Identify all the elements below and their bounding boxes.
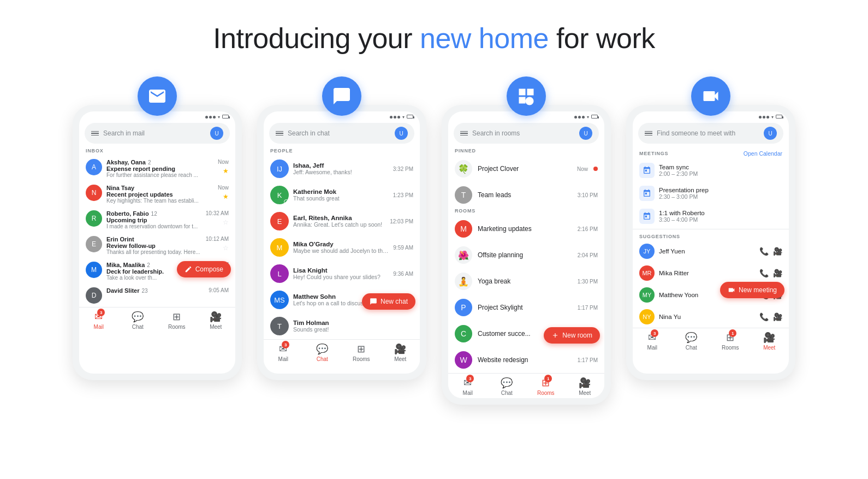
- user-avatar: U: [395, 127, 408, 140]
- rooms-nav-icon: ⊞: [173, 311, 181, 323]
- nav-mail-label-2: Mail: [278, 356, 288, 362]
- chat-item-2[interactable]: K Katherine Mok That sounds great 1:23 P…: [264, 182, 420, 208]
- meet-nav-icon: 🎥: [210, 311, 222, 323]
- mail-right-1: Now ★: [218, 159, 229, 175]
- nav-chat-4[interactable]: 💬 Chat: [672, 332, 711, 351]
- video-icon-4[interactable]: 🎥: [773, 312, 782, 321]
- nav-rooms-3[interactable]: ⊞1 Rooms: [526, 377, 566, 396]
- meeting-2[interactable]: Presentation prep 2:30 – 3:00 PM: [633, 182, 789, 205]
- nav-mail-4[interactable]: ✉ 3 Mail: [633, 332, 672, 351]
- room-pinned-2[interactable]: T Team leads 3:10 PM: [448, 182, 604, 208]
- suggestion-2[interactable]: MR Mika Ritter 📞 🎥: [633, 262, 789, 284]
- nav-mail-2[interactable]: ✉ 3 Mail: [264, 343, 303, 362]
- nav-meet[interactable]: 🎥 Meet: [197, 311, 236, 330]
- room-icon-website: W: [455, 351, 472, 369]
- menu-icon[interactable]: [276, 131, 283, 136]
- chat-item-5[interactable]: L Lisa Knight Hey! Could you share your …: [264, 261, 420, 287]
- menu-icon[interactable]: [91, 131, 99, 136]
- nav-chat-2[interactable]: 💬 Chat: [303, 343, 342, 362]
- meet-icon-circle: [691, 76, 730, 116]
- phone-mail: ▾ Search in mail U INBOX A Akshay, Oana …: [73, 105, 242, 380]
- nav-mail-3[interactable]: ✉ 3 Mail: [448, 377, 487, 396]
- nav-rooms[interactable]: ⊞ Rooms: [157, 311, 197, 330]
- nav-rooms-4[interactable]: ⊞1 Rooms: [711, 332, 750, 351]
- menu-icon[interactable]: [460, 131, 468, 136]
- mail-item-1[interactable]: A Akshay, Oana 2 Expense report pending …: [79, 156, 235, 181]
- star-empty-3[interactable]: ☆: [223, 218, 229, 226]
- mail-item-4[interactable]: E Erin Orint Review follow-up Thanks all…: [79, 233, 235, 258]
- new-chat-fab[interactable]: New chat: [362, 293, 415, 310]
- room-item-1[interactable]: M Marketing updates 2:16 PM: [448, 216, 604, 242]
- room-item-3[interactable]: 🧘 Yoga break 1:30 PM: [448, 268, 604, 294]
- rooms-search-bar[interactable]: Search in rooms U: [454, 123, 599, 144]
- new-meeting-fab[interactable]: New meeting: [720, 282, 784, 298]
- room-item-6[interactable]: W Website redesign 1:17 PM: [448, 347, 604, 373]
- mail-item-2[interactable]: N Nina Tsay Recent project updates Key h…: [79, 181, 235, 207]
- nav-chat-3[interactable]: 💬 Chat: [487, 377, 527, 396]
- menu-icon[interactable]: [645, 131, 652, 136]
- phone-icon-4[interactable]: 📞: [759, 312, 769, 321]
- chat-item-1[interactable]: IJ Ishaa, Jeff Jeff: Awesome, thanks! 3:…: [264, 156, 420, 182]
- meet-bottom-nav: ✉ 3 Mail 💬 Chat ⊞1 Rooms 🎥: [633, 328, 789, 353]
- phone-icon-1[interactable]: 📞: [759, 247, 769, 256]
- new-room-label: New room: [562, 332, 592, 339]
- meeting-3[interactable]: 1:1 with Roberto 3:30 – 4:00 PM: [633, 205, 789, 228]
- rooms-icon-circle: [507, 76, 546, 116]
- mail-icon-circle: [138, 76, 177, 116]
- room-pinned-1[interactable]: 🍀 Project Clover Now: [448, 156, 604, 182]
- chat-item-3[interactable]: E Earl, Ritesh, Annika Annika: Great. Le…: [264, 208, 420, 234]
- mail-subject-1: Expense report pending: [106, 165, 213, 172]
- chat-avatar-2: K: [270, 186, 289, 204]
- room-icon-yoga: 🧘: [455, 273, 472, 290]
- chat-item-4[interactable]: M Mika O'Grady Maybe we should add Jocel…: [264, 234, 420, 261]
- star-empty-4[interactable]: ☆: [223, 244, 229, 252]
- phone-meet-container: ▾ Find someone to meet with U MEETINGS O…: [626, 76, 795, 380]
- meet-actions-2: 📞 🎥: [759, 269, 782, 277]
- meet-search-bar[interactable]: Find someone to meet with U: [638, 123, 783, 144]
- new-meeting-icon: [728, 286, 735, 294]
- room-item-2[interactable]: 🌺 Offsite planning 2:04 PM: [448, 242, 604, 268]
- mail-icon: [147, 86, 167, 106]
- suggest-name-1: Jeff Yuen: [659, 248, 755, 255]
- room-icon-offsite: 🌺: [455, 246, 472, 264]
- suggestion-4[interactable]: NY Nina Yu 📞 🎥: [633, 306, 789, 328]
- room-icon-marketing: M: [455, 220, 472, 238]
- mail-preview-1: For further assistance please reach ...: [106, 172, 213, 178]
- open-calendar-link[interactable]: Open Calendar: [744, 150, 782, 157]
- phone-chat-container: ▾ Search in chat U PEOPLE IJ Ishaa, Jeff…: [257, 76, 426, 380]
- suggest-avatar-2: MR: [639, 265, 655, 281]
- signal-dot-2: [209, 116, 212, 119]
- chat-search-bar[interactable]: Search in chat U: [269, 123, 414, 144]
- nav-meet-2[interactable]: 🎥 Meet: [381, 343, 420, 362]
- video-icon-2[interactable]: 🎥: [773, 269, 782, 277]
- room-item-4[interactable]: P Project Skylight 1:17 PM: [448, 294, 604, 321]
- meeting-1[interactable]: Team sync 2:00 – 2:30 PM: [633, 159, 789, 182]
- video-icon-1[interactable]: 🎥: [773, 247, 782, 256]
- nav-mail-label: Mail: [94, 324, 104, 330]
- nav-meet-3[interactable]: 🎥 Meet: [566, 377, 605, 396]
- pinned-label: PINNED: [448, 148, 604, 156]
- compose-label: Compose: [195, 265, 223, 273]
- chat-item-7[interactable]: T Tim Holman Sounds great!: [264, 313, 420, 339]
- chat-avatar-7: T: [270, 317, 289, 335]
- star-2[interactable]: ★: [223, 193, 229, 200]
- room-icon-teamleads: T: [455, 186, 472, 204]
- phone-chat: ▾ Search in chat U PEOPLE IJ Ishaa, Jeff…: [257, 105, 426, 380]
- chat-icon-circle: [322, 76, 361, 116]
- nav-mail[interactable]: ✉ 3 Mail: [79, 311, 118, 330]
- nav-rooms-2[interactable]: ⊞ Rooms: [342, 343, 381, 362]
- new-room-fab[interactable]: New room: [544, 327, 600, 344]
- phone-chat-inner: ▾ Search in chat U PEOPLE IJ Ishaa, Jeff…: [264, 111, 420, 374]
- mail-item-6[interactable]: D David Sliter 23 9:05 AM: [79, 284, 235, 307]
- star-1[interactable]: ★: [223, 167, 229, 175]
- mail-item-3[interactable]: R Roberto, Fabio 12 Upcoming trip I made…: [79, 207, 235, 233]
- mail-search-bar[interactable]: Search in mail U: [85, 123, 230, 144]
- meet-actions-4: 📞 🎥: [759, 312, 782, 321]
- nav-chat[interactable]: 💬 Chat: [118, 311, 158, 330]
- nav-meet-4[interactable]: 🎥 Meet: [750, 332, 789, 351]
- mail-from-1: Akshay, Oana 2: [106, 159, 213, 165]
- phone-rooms-container: ▾ Search in rooms U PINNED 🍀 Project Clo…: [442, 76, 611, 405]
- suggestion-1[interactable]: JY Jeff Yuen 📞 🎥: [633, 240, 789, 262]
- compose-fab[interactable]: Compose: [177, 261, 231, 277]
- phone-icon-2[interactable]: 📞: [759, 269, 769, 277]
